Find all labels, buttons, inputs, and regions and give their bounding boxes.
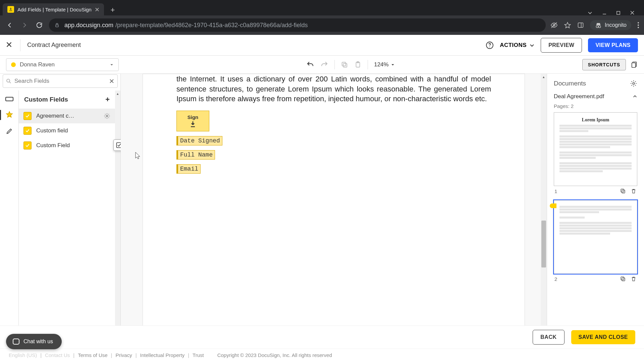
footer-link[interactable]: Contact Us: [45, 352, 70, 358]
svg-rect-0: [617, 11, 620, 14]
documents-panel-icon[interactable]: [631, 61, 638, 68]
recipient-color-dot: [11, 62, 16, 67]
standard-fields-tab-icon[interactable]: [5, 95, 14, 103]
document-page[interactable]: the Internet. It uses a dictionary of ov…: [143, 74, 525, 342]
eye-blocked-icon[interactable]: [550, 21, 558, 29]
maximize-window-icon[interactable]: [616, 11, 621, 15]
full-name-field[interactable]: Full Name: [176, 150, 215, 160]
browser-tab[interactable]: Add Fields | Template | DocuSign: [3, 3, 104, 15]
svg-point-4: [596, 25, 598, 27]
toolbar-separator: [334, 60, 335, 69]
view-plans-button[interactable]: VIEW PLANS: [588, 38, 638, 52]
star-bookmark-icon[interactable]: [564, 21, 571, 29]
custom-field-item[interactable]: Custom Field: [19, 138, 115, 153]
search-icon: [6, 78, 12, 84]
template-title: Contract Agreement: [27, 42, 81, 49]
clear-search-icon[interactable]: [109, 79, 114, 83]
close-window-icon[interactable]: [630, 10, 635, 15]
app-header: Contract Agreement ACTIONS PREVIEW VIEW …: [0, 35, 644, 56]
svg-rect-16: [632, 63, 636, 67]
canvas-vertical-scrollbar[interactable]: ▴ ▾: [541, 74, 547, 332]
preview-button[interactable]: PREVIEW: [541, 38, 582, 53]
prefill-tools-tab-icon[interactable]: [5, 127, 14, 135]
sidebar-scrollbar[interactable]: ▴ ▾: [115, 90, 120, 339]
help-icon[interactable]: [486, 41, 494, 49]
scroll-thumb[interactable]: [541, 221, 546, 267]
svg-point-8: [638, 27, 639, 28]
signature-field[interactable]: Sign: [176, 111, 209, 131]
pages-count: Pages: 2: [552, 103, 639, 112]
gear-icon[interactable]: [104, 113, 110, 119]
footer-action-row: BACK SAVE AND CLOSE: [0, 325, 644, 349]
active-page-flag-icon: [550, 203, 556, 208]
url-host: app.docusign.com: [64, 22, 113, 29]
checkbox-icon: [23, 141, 32, 149]
chevron-down-icon: [391, 63, 395, 67]
shortcuts-button[interactable]: SHORTCUTS: [582, 59, 626, 70]
footer-link[interactable]: Intellectual Property: [140, 352, 185, 358]
back-button[interactable]: BACK: [533, 330, 564, 345]
delete-page-icon[interactable]: [631, 276, 637, 282]
redo-icon: [320, 61, 328, 69]
footer-link[interactable]: Trust: [193, 352, 204, 358]
address-bar[interactable]: app.docusign.com/prepare-template/9ed486…: [49, 18, 546, 32]
kebab-menu-icon[interactable]: [637, 22, 639, 28]
save-and-close-button[interactable]: SAVE AND CLOSE: [571, 330, 635, 344]
actions-dropdown[interactable]: ACTIONS: [500, 42, 535, 49]
header-divider: [20, 39, 20, 51]
duplicate-page-icon[interactable]: [620, 188, 626, 194]
close-editor-icon[interactable]: [6, 42, 13, 49]
search-fields-input[interactable]: [12, 78, 109, 84]
copy-icon: [341, 61, 348, 68]
svg-rect-1: [56, 25, 58, 27]
zoom-value: 124%: [374, 61, 388, 68]
reload-nav-icon[interactable]: [34, 20, 44, 30]
field-label: Agreement c…: [36, 113, 74, 119]
chevron-down-icon: [529, 43, 535, 48]
custom-fields-tab-icon[interactable]: [5, 111, 14, 119]
scroll-up-icon[interactable]: ▴: [115, 90, 120, 97]
svg-point-19: [106, 115, 108, 117]
gear-icon[interactable]: [630, 80, 637, 87]
checkbox-icon: [23, 112, 32, 120]
new-tab-button[interactable]: +: [107, 5, 118, 15]
incognito-icon: [595, 22, 602, 28]
document-canvas[interactable]: the Internet. It uses a dictionary of ov…: [121, 74, 547, 339]
scroll-up-icon[interactable]: ▴: [541, 74, 547, 80]
document-file-row[interactable]: Deal Agreement.pdf: [552, 90, 639, 103]
copyright-text: Copyright © 2023 DocuSign, Inc. All righ…: [217, 352, 332, 358]
toolbar-separator: [368, 60, 368, 69]
duplicate-page-icon[interactable]: [620, 276, 626, 282]
date-signed-field[interactable]: Date Signed: [176, 136, 222, 145]
delete-page-icon[interactable]: [631, 188, 637, 194]
footer-links: English (US)| Contact Us| Terms of Use| …: [0, 349, 644, 362]
page-thumbnail[interactable]: 2: [554, 200, 637, 282]
incognito-indicator[interactable]: Incognito: [590, 20, 631, 30]
footer-link[interactable]: Terms of Use: [78, 352, 107, 358]
custom-field-item[interactable]: Agreement c…: [19, 109, 115, 123]
page-thumbnail[interactable]: Lorem Ipsum 1: [554, 112, 637, 194]
back-nav-icon[interactable]: [5, 20, 15, 30]
minimize-window-icon[interactable]: [602, 10, 607, 15]
tabs-dropdown-icon[interactable]: [587, 10, 593, 15]
undo-icon[interactable]: [306, 61, 314, 69]
footer-link[interactable]: Privacy: [115, 352, 132, 358]
recipient-dropdown[interactable]: Donna Raven: [6, 58, 119, 71]
recipient-name: Donna Raven: [20, 61, 55, 68]
panel-icon[interactable]: [577, 22, 584, 28]
documents-panel: Documents Deal Agreement.pdf Pages: 2 Lo…: [547, 74, 644, 339]
checkbox-icon: [23, 127, 32, 135]
footer-link[interactable]: English (US): [9, 352, 37, 358]
custom-field-item[interactable]: Custom field: [19, 123, 115, 138]
incognito-label: Incognito: [605, 22, 627, 28]
svg-point-17: [7, 79, 10, 82]
zoom-dropdown[interactable]: 124%: [374, 61, 394, 68]
svg-rect-24: [622, 278, 625, 281]
chat-widget[interactable]: Chat with us: [6, 334, 62, 349]
custom-fields-title: Custom Fields: [24, 96, 68, 103]
close-tab-icon[interactable]: [95, 7, 99, 12]
editor-toolbar: Donna Raven 124% SHORTCUTS: [0, 56, 644, 74]
svg-rect-23: [621, 189, 624, 192]
add-custom-field-icon[interactable]: +: [105, 95, 110, 104]
email-field[interactable]: Email: [176, 164, 201, 174]
